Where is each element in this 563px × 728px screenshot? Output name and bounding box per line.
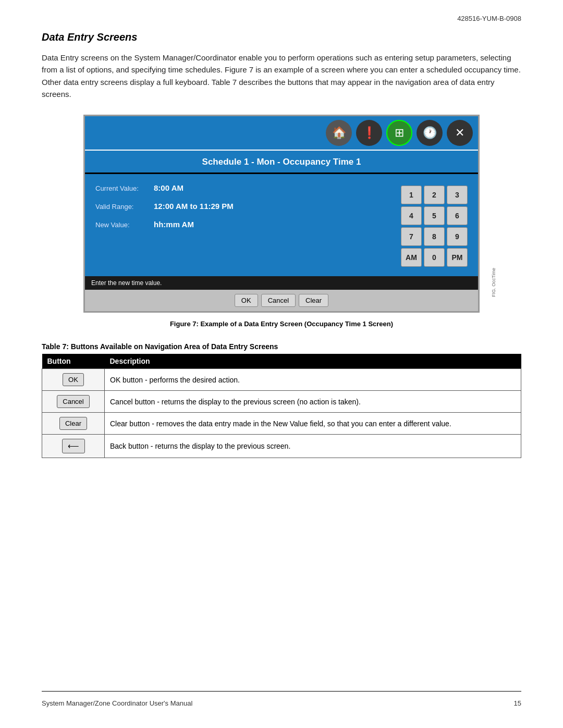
key-2[interactable]: 2 xyxy=(424,186,445,204)
key-5[interactable]: 5 xyxy=(424,206,445,225)
button-cell-3: ⟵ xyxy=(42,435,105,458)
footer-line xyxy=(42,691,521,692)
footer-right: 15 xyxy=(514,699,521,707)
new-value-label: New Value: xyxy=(95,221,148,229)
screen-header: Schedule 1 - Mon - Occupancy Time 1 xyxy=(85,150,478,174)
valid-range: 12:00 AM to 11:29 PM xyxy=(154,202,234,211)
back-button-display: ⟵ xyxy=(62,439,85,453)
current-value-label: Current Value: xyxy=(95,184,148,192)
status-bar: Enter the new time value. xyxy=(85,276,478,290)
key-PM[interactable]: PM xyxy=(447,248,468,267)
description-cell-1: Cancel button - returns the display to t… xyxy=(105,391,521,413)
screen-mockup: 🏠 ❗ ⊞ 🕐 ✕ Schedule 1 - Mon - Occupancy T… xyxy=(83,115,480,313)
intro-text: Data Entry screens on the System Manager… xyxy=(42,52,521,100)
key-9[interactable]: 9 xyxy=(447,227,468,246)
clear-button[interactable]: Clear xyxy=(299,294,328,307)
col-description: Description xyxy=(105,354,521,369)
key-1[interactable]: 1 xyxy=(401,186,422,204)
description-cell-3: Back button - returns the display to the… xyxy=(105,435,521,458)
buttons-table: Button Description OKOK button - perform… xyxy=(42,354,521,458)
key-0[interactable]: 0 xyxy=(424,248,445,267)
ok-button[interactable]: OK xyxy=(235,294,258,307)
section-title: Data Entry Screens xyxy=(42,31,521,43)
home-icon[interactable]: 🏠 xyxy=(326,120,352,146)
valid-range-row: Valid Range: 12:00 AM to 11:29 PM xyxy=(95,202,390,211)
key-7[interactable]: 7 xyxy=(401,227,422,246)
table-row: ⟵Back button - returns the display to th… xyxy=(42,435,521,458)
clock-icon[interactable]: 🕐 xyxy=(417,120,443,146)
key-4[interactable]: 4 xyxy=(401,206,422,225)
table-row: CancelCancel button - returns the displa… xyxy=(42,391,521,413)
description-cell-2: Clear button - removes the data entry ma… xyxy=(105,413,521,435)
doc-number: 428516-YUM-B-0908 xyxy=(457,15,521,22)
close-icon[interactable]: ✕ xyxy=(447,120,473,146)
new-value: hh:mm AM xyxy=(154,220,194,229)
grid-icon[interactable]: ⊞ xyxy=(386,120,412,146)
table-row: ClearClear button - removes the data ent… xyxy=(42,413,521,435)
footer-bar: System Manager/Zone Coordinator User's M… xyxy=(42,699,521,707)
page: 428516-YUM-B-0908 Data Entry Screens Dat… xyxy=(0,0,563,728)
valid-range-label: Valid Range: xyxy=(95,203,148,211)
screen-info: Current Value: 8:00 AM Valid Range: 12:0… xyxy=(95,183,390,267)
cancel-button-display: Cancel xyxy=(57,395,89,408)
clear-button-display: Clear xyxy=(59,417,87,430)
current-value-row: Current Value: 8:00 AM xyxy=(95,183,390,192)
figure-caption: Figure 7: Example of a Data Entry Screen… xyxy=(42,320,521,328)
key-8[interactable]: 8 xyxy=(424,227,445,246)
side-label: FIG. OccTime xyxy=(491,268,496,297)
footer-left: System Manager/Zone Coordinator User's M… xyxy=(42,699,192,707)
alert-icon[interactable]: ❗ xyxy=(356,120,382,146)
description-cell-0: OK button - performs the desired action. xyxy=(105,369,521,391)
key-3[interactable]: 3 xyxy=(447,186,468,204)
button-cell-1: Cancel xyxy=(42,391,105,413)
ok-button-display: OK xyxy=(63,373,84,386)
key-AM[interactable]: AM xyxy=(401,248,422,267)
screen-body: Current Value: 8:00 AM Valid Range: 12:0… xyxy=(85,174,478,276)
key-6[interactable]: 6 xyxy=(447,206,468,225)
cancel-button[interactable]: Cancel xyxy=(261,294,296,307)
screen-nav-bar: OKCancelClear xyxy=(85,290,478,311)
table-title: Table 7: Buttons Available on Navigation… xyxy=(42,342,521,351)
button-cell-2: Clear xyxy=(42,413,105,435)
keypad: 123456789AM0PM xyxy=(401,186,468,267)
current-value: 8:00 AM xyxy=(154,183,183,192)
screen-top-bar: 🏠 ❗ ⊞ 🕐 ✕ xyxy=(85,116,478,150)
table-row: OKOK button - performs the desired actio… xyxy=(42,369,521,391)
col-button: Button xyxy=(42,354,105,369)
new-value-row: New Value: hh:mm AM xyxy=(95,220,390,229)
button-cell-0: OK xyxy=(42,369,105,391)
